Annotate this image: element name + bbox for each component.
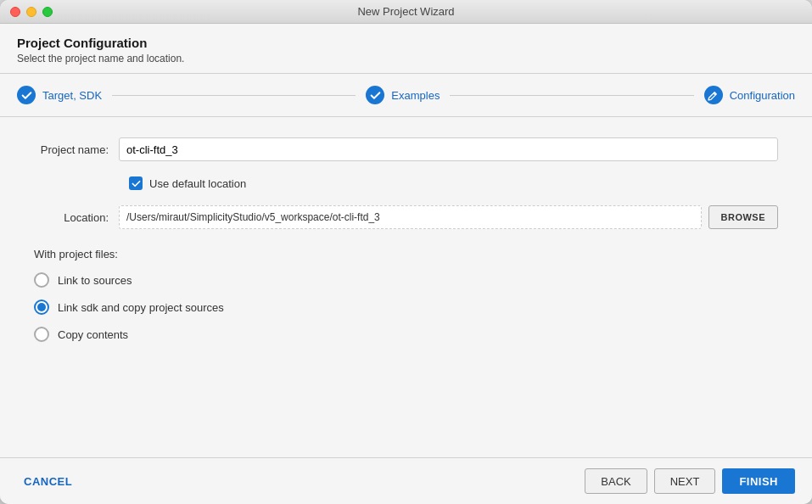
maximize-button[interactable] [42,7,53,17]
radio-link-sources-indicator [34,272,49,288]
radio-copy-contents-label: Copy contents [58,328,128,341]
radio-copy-contents[interactable]: Copy contents [34,327,778,342]
close-button[interactable] [10,7,20,17]
use-default-checkbox[interactable] [129,176,143,190]
title-bar: New Project Wizard [0,0,812,24]
step-target-sdk[interactable]: Target, SDK [17,86,102,104]
step1-icon [17,86,36,104]
step1-label: Target, SDK [42,89,102,102]
radio-link-sources-label: Link to sources [58,274,132,287]
footer: CANCEL BACK NEXT FINISH [0,457,812,504]
location-row: Location: BROWSE [34,205,778,229]
window-title: New Project Wizard [357,5,454,18]
radio-link-sdk-copy[interactable]: Link sdk and copy project sources [34,300,778,315]
step-configuration[interactable]: Configuration [704,86,795,104]
header: Project Configuration Select the project… [0,24,812,74]
step2-icon [366,86,384,104]
step-line-1 [112,95,356,96]
traffic-lights [10,7,53,17]
content-area: Project name: Use default location Locat… [0,117,812,457]
page-title: Project Configuration [17,36,795,50]
page-subtitle: Select the project name and location. [17,53,795,64]
project-name-row: Project name: [34,137,778,161]
radio-link-sdk-copy-label: Link sdk and copy project sources [58,301,224,314]
step3-label: Configuration [730,89,795,102]
use-default-label: Use default location [149,177,246,190]
footer-right: BACK NEXT FINISH [585,468,795,494]
step3-icon [704,86,723,104]
window: New Project Wizard Project Configuration… [0,0,812,504]
minimize-button[interactable] [26,7,36,17]
back-button[interactable]: BACK [585,468,647,494]
finish-button[interactable]: FINISH [722,468,795,494]
project-name-input[interactable] [119,137,778,161]
radio-copy-contents-indicator [34,327,49,342]
next-button[interactable]: NEXT [654,468,716,494]
radio-link-sources[interactable]: Link to sources [34,272,778,288]
browse-button[interactable]: BROWSE [708,205,779,229]
step-line-2 [450,95,693,96]
step2-label: Examples [391,89,440,102]
radio-group: Link to sources Link sdk and copy projec… [34,272,778,342]
location-label: Location: [34,211,119,224]
project-name-label: Project name: [34,143,119,156]
step-examples[interactable]: Examples [366,86,440,104]
radio-link-sdk-copy-indicator [34,300,49,315]
wizard-steps: Target, SDK Examples Configuration [0,74,812,117]
cancel-button[interactable]: CANCEL [17,470,79,493]
location-input[interactable] [119,205,702,229]
use-default-row[interactable]: Use default location [129,176,778,190]
with-project-files-label: With project files: [34,248,778,260]
